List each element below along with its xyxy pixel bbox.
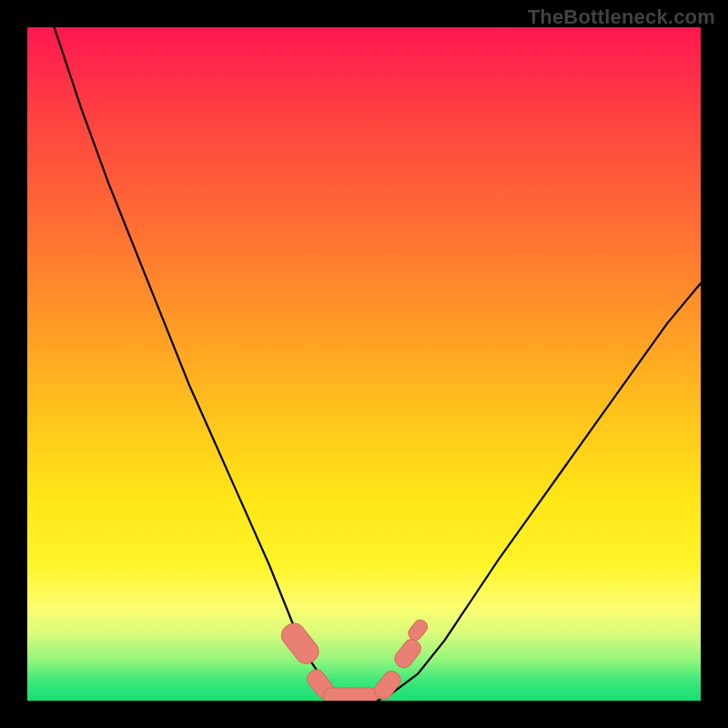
plot-area [27,27,701,701]
curve-marker [278,619,323,668]
curve-marker [371,668,404,701]
curve-marker [324,688,378,701]
curve-marker [406,617,430,642]
bottleneck-curve [55,27,701,701]
curve-layer [27,27,701,701]
outer-frame: TheBottleneck.com [0,0,728,728]
curve-marker [391,636,424,671]
curve-markers [278,617,430,701]
watermark-text: TheBottleneck.com [528,5,715,29]
